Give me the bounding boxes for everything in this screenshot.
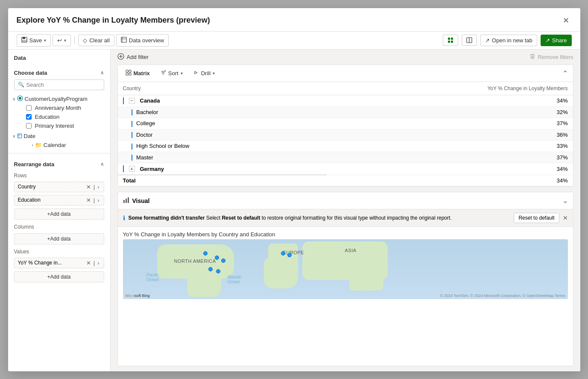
education-tag-label: Education xyxy=(18,197,85,203)
germany-expand[interactable]: + xyxy=(129,166,135,172)
values-add-data-button[interactable]: +Add data xyxy=(14,271,104,282)
right-panel: Add filter Remove filters xyxy=(111,50,580,371)
atlantic-ocean-label: AtlanticOcean xyxy=(228,275,242,284)
europe-label: EUROPE xyxy=(283,250,304,255)
open-new-tab-button[interactable]: ↗ Open in new tab xyxy=(480,35,537,46)
canada-expand[interactable]: − xyxy=(129,98,135,104)
add-filter-button[interactable]: Add filter xyxy=(117,53,149,61)
matrix-header-row: Country YoY % Change in Loyalty Members xyxy=(118,82,573,95)
save-button[interactable]: Save ▾ xyxy=(17,34,51,47)
canada-cell: − Canada xyxy=(118,95,327,107)
date-label: Date xyxy=(24,133,35,139)
visual-icon xyxy=(123,197,130,205)
sort-label: Sort xyxy=(168,70,178,76)
country-divider: | xyxy=(94,184,95,190)
remove-filters-icon xyxy=(529,53,535,61)
reset-to-default-button[interactable]: Reset to default xyxy=(514,213,559,223)
svg-rect-8 xyxy=(448,41,450,43)
info-bold-text: Some formatting didn't transfer xyxy=(129,215,205,221)
germany-name: Germany xyxy=(140,166,164,172)
data-section-header: Data xyxy=(8,50,110,65)
yoy-more-button[interactable]: › xyxy=(97,260,100,266)
matrix-table: Country YoY % Change in Loyalty Members xyxy=(118,82,573,187)
yoy-divider: | xyxy=(94,260,95,266)
country-more-button[interactable]: › xyxy=(97,184,100,190)
svg-rect-24 xyxy=(123,200,125,203)
split-view-button[interactable] xyxy=(462,35,477,46)
data-overview-label: Data overview xyxy=(129,37,164,44)
matrix-collapse-button[interactable]: ⌃ xyxy=(562,69,568,77)
svg-rect-6 xyxy=(448,38,450,40)
primary-interest-checkbox[interactable] xyxy=(26,123,32,129)
svg-rect-14 xyxy=(18,134,22,138)
education-checkbox[interactable] xyxy=(26,114,32,120)
map-attribution: © 2024 TomTom, © 2024 Microsoft Corporat… xyxy=(440,294,565,298)
map-dot-6 xyxy=(281,251,285,256)
svg-rect-25 xyxy=(126,199,127,203)
visual-title: Visual xyxy=(132,197,150,204)
drill-button[interactable]: Drill ▾ xyxy=(190,68,217,78)
info-close-button[interactable]: ✕ xyxy=(563,214,568,221)
tree-date-expand-icon: ∨ xyxy=(12,134,15,138)
sort-button[interactable]: Sort ▾ xyxy=(158,68,185,78)
search-input[interactable] xyxy=(26,82,100,88)
matrix-view-button[interactable]: Matrix xyxy=(123,68,152,78)
map-dot-2 xyxy=(215,256,219,260)
matrix-section: Matrix Sort xyxy=(117,65,573,187)
rows-label: Rows xyxy=(8,170,110,180)
modal-header: Explore YoY % Change in Loyalty Members … xyxy=(8,8,580,32)
col-country-header: Country xyxy=(118,82,327,95)
toolbar-right: ↗ Open in new tab ↗ Share xyxy=(443,35,571,46)
rows-add-data-button[interactable]: +Add data xyxy=(14,209,104,220)
data-overview-button[interactable]: Data overview xyxy=(116,34,169,47)
total-value: 34% xyxy=(327,175,573,186)
svg-rect-21 xyxy=(129,70,131,72)
visual-header: Visual ⌄ xyxy=(118,192,573,209)
yoy-remove-button[interactable]: ✕ xyxy=(85,260,92,266)
open-new-tab-label: Open in new tab xyxy=(492,37,532,44)
tree-anniversary-month[interactable]: Anniversary Month xyxy=(8,103,110,112)
share-button[interactable]: ↗ Share xyxy=(541,35,572,46)
drill-label: Drill xyxy=(201,70,211,76)
choose-data-collapse-icon[interactable]: ∧ xyxy=(100,70,104,76)
remove-filters-label: Remove filters xyxy=(538,54,573,60)
visual-collapse-button[interactable]: ⌄ xyxy=(562,197,568,205)
education-tag-actions: ✕ | › xyxy=(85,197,100,203)
tree-calendar[interactable]: › 📁 Calendar xyxy=(8,141,110,150)
map-dot-1 xyxy=(203,251,208,256)
tree-primary-interest[interactable]: Primary Interest xyxy=(8,121,110,130)
anniversary-month-checkbox[interactable] xyxy=(26,105,32,111)
education-more-button[interactable]: › xyxy=(97,197,100,203)
tree-education[interactable]: Education xyxy=(8,112,110,121)
remove-filters-button[interactable]: Remove filters xyxy=(529,53,573,61)
map-dot-3 xyxy=(221,259,225,263)
info-banner-text: Some formatting didn't transfer Select R… xyxy=(129,215,511,221)
clear-button[interactable]: ◇ Clear all xyxy=(78,35,114,46)
rows-add-data-label: +Add data xyxy=(47,211,70,217)
tree-date[interactable]: ∨ Date xyxy=(8,132,110,141)
search-box: 🔍 xyxy=(14,79,104,90)
total-cell: Total xyxy=(118,175,327,186)
rearrange-collapse-icon[interactable]: ∧ xyxy=(100,161,104,167)
grid-view-button[interactable] xyxy=(443,35,458,46)
columns-add-data-label: +Add data xyxy=(47,236,70,242)
tree-expand-icon: ∨ xyxy=(12,97,15,101)
education-remove-button[interactable]: ✕ xyxy=(85,197,92,203)
save-label: Save xyxy=(29,37,42,44)
choose-data-header: Choose data ∧ xyxy=(8,65,110,79)
explore-modal: Explore YoY % Change in Loyalty Members … xyxy=(8,8,580,371)
land-south-america xyxy=(187,271,221,297)
tree-customer-loyalty[interactable]: ∨ CustomerLoyaltyProgram xyxy=(8,94,110,103)
close-button[interactable]: ✕ xyxy=(560,14,572,27)
info-text: Select xyxy=(206,215,222,221)
yoy-tag-label: YoY % Change in... xyxy=(18,260,85,266)
undo-button[interactable]: ↩ ▾ xyxy=(53,35,71,46)
calendar-expand-icon: › xyxy=(32,143,33,147)
columns-add-data-button[interactable]: +Add data xyxy=(14,233,104,244)
info-banner: ℹ Some formatting didn't transfer Select… xyxy=(118,209,573,227)
table-row: Total 34% xyxy=(118,175,573,186)
country-remove-button[interactable]: ✕ xyxy=(85,184,92,190)
folder-icon: 📁 xyxy=(35,142,42,148)
visual-title-row: Visual xyxy=(123,197,150,205)
drill-icon xyxy=(193,70,199,77)
